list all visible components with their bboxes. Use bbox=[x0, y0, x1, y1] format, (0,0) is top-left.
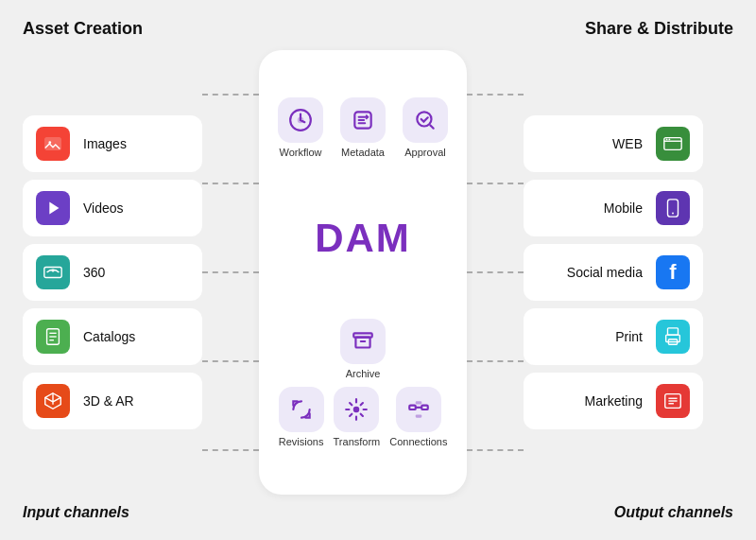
list-item: Videos bbox=[23, 180, 202, 236]
svg-rect-18 bbox=[416, 401, 422, 404]
connector-line bbox=[467, 360, 524, 362]
images-icon bbox=[36, 127, 70, 161]
metadata-item: Metadata bbox=[340, 97, 386, 158]
list-item: Images bbox=[23, 115, 202, 172]
revisions-label: Revisions bbox=[279, 436, 324, 447]
svg-point-10 bbox=[298, 117, 304, 124]
asset-creation-label: Asset Creation bbox=[23, 19, 143, 39]
svg-point-12 bbox=[417, 113, 431, 127]
connector-line bbox=[202, 449, 259, 451]
svg-rect-26 bbox=[668, 328, 679, 335]
svg-rect-17 bbox=[421, 405, 428, 409]
approval-item: Approval bbox=[403, 97, 448, 158]
dam-bottom-section: Archive Revisions Transform bbox=[279, 319, 448, 447]
connector-line bbox=[467, 271, 524, 273]
svg-point-15 bbox=[353, 406, 360, 412]
list-item: Catalogs bbox=[23, 308, 202, 365]
3d-ar-label: 3D & AR bbox=[83, 393, 134, 409]
dam-center: Workflow Metadata Approval DAM bbox=[259, 50, 467, 495]
svg-point-4 bbox=[52, 270, 55, 272]
marketing-icon bbox=[656, 384, 690, 418]
content-row: Images Videos 360 Catalogs bbox=[23, 50, 733, 495]
workflow-item: Workflow bbox=[278, 97, 323, 158]
output-channels-label: Output channels bbox=[614, 504, 733, 521]
metadata-icon bbox=[340, 97, 386, 143]
videos-icon bbox=[36, 191, 70, 225]
revisions-icon bbox=[279, 387, 324, 432]
svg-point-22 bbox=[666, 139, 668, 141]
list-item: f Social media bbox=[524, 244, 703, 301]
print-icon bbox=[656, 320, 690, 354]
transform-icon bbox=[334, 387, 379, 432]
list-item: 360 bbox=[23, 244, 202, 301]
transform-label: Transform bbox=[334, 436, 381, 447]
main-container: Asset Creation Share & Distribute Images… bbox=[0, 0, 756, 540]
connector-line bbox=[467, 449, 524, 451]
connector-line bbox=[202, 94, 259, 96]
web-icon bbox=[656, 127, 690, 161]
share-distribute-label: Share & Distribute bbox=[585, 19, 733, 39]
connector-line bbox=[202, 183, 259, 184]
svg-rect-16 bbox=[409, 405, 416, 409]
connector-line bbox=[202, 360, 259, 362]
print-label: Print bbox=[615, 329, 643, 344]
top-labels: Asset Creation Share & Distribute bbox=[23, 19, 733, 39]
list-item: 3D & AR bbox=[23, 373, 202, 429]
right-col: WEB Mobile f Social media Print bbox=[524, 50, 703, 495]
metadata-label: Metadata bbox=[341, 147, 385, 158]
approval-label: Approval bbox=[404, 147, 445, 158]
left-col: Images Videos 360 Catalogs bbox=[23, 50, 202, 495]
approval-icon bbox=[403, 97, 448, 143]
list-item: Marketing bbox=[524, 373, 703, 429]
svg-marker-2 bbox=[49, 202, 59, 215]
transform-item: Transform bbox=[334, 387, 381, 447]
svg-rect-19 bbox=[416, 414, 422, 417]
list-item: Print bbox=[524, 308, 703, 365]
videos-label: Videos bbox=[83, 200, 124, 216]
svg-point-25 bbox=[672, 213, 674, 215]
catalogs-label: Catalogs bbox=[83, 329, 135, 344]
bottom-labels: Input channels Output channels bbox=[23, 504, 733, 521]
connector-line bbox=[467, 94, 524, 96]
left-connectors bbox=[202, 50, 259, 495]
web-label: WEB bbox=[612, 136, 643, 151]
svg-rect-24 bbox=[668, 200, 679, 217]
images-label: Images bbox=[83, 136, 127, 151]
360-label: 360 bbox=[83, 265, 105, 280]
social-media-icon: f bbox=[656, 255, 690, 289]
archive-icon bbox=[340, 319, 386, 364]
workflow-icon bbox=[278, 97, 323, 143]
dam-title: DAM bbox=[315, 216, 411, 261]
connector-line bbox=[202, 271, 259, 273]
list-item: Mobile bbox=[524, 180, 703, 236]
connections-icon bbox=[396, 387, 441, 432]
connections-item: Connections bbox=[389, 387, 447, 447]
dam-bottom-row: Revisions Transform Connections bbox=[279, 387, 448, 447]
social-media-label: Social media bbox=[567, 265, 643, 280]
list-item: WEB bbox=[524, 115, 703, 172]
right-connectors bbox=[467, 50, 524, 495]
archive-label: Archive bbox=[346, 368, 381, 379]
mobile-label: Mobile bbox=[604, 200, 643, 216]
catalogs-icon bbox=[36, 320, 70, 354]
revisions-item: Revisions bbox=[279, 387, 324, 447]
workflow-label: Workflow bbox=[279, 147, 321, 158]
connector-line bbox=[467, 183, 524, 184]
connections-label: Connections bbox=[389, 436, 447, 447]
3d-ar-icon bbox=[36, 384, 70, 418]
dam-top-icons: Workflow Metadata Approval bbox=[278, 97, 448, 158]
mobile-icon bbox=[656, 191, 690, 225]
archive-item: Archive bbox=[340, 319, 386, 379]
marketing-label: Marketing bbox=[585, 393, 643, 409]
input-channels-label: Input channels bbox=[23, 504, 129, 521]
svg-point-23 bbox=[668, 139, 670, 141]
360-icon bbox=[36, 255, 70, 289]
